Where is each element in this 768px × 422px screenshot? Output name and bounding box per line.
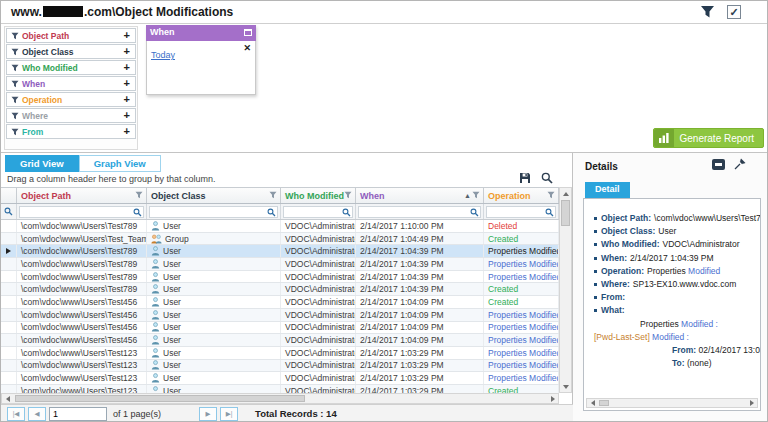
user-icon <box>151 322 160 332</box>
scroll-right-icon[interactable] <box>547 393 558 404</box>
cell-when: 2/14/2017 1:03:29 PM <box>356 347 484 359</box>
table-row[interactable]: \com\vdoc\www\Users\Test456UserVDOC\Admi… <box>1 309 559 322</box>
minimize-icon[interactable] <box>712 159 725 170</box>
column-filter-cell <box>147 204 281 219</box>
save-icon[interactable] <box>519 172 531 184</box>
cell-operation: Properties Modified <box>484 347 559 359</box>
user-icon <box>151 284 160 294</box>
cell-object-path: \com\vdoc\www\Users\Test789 <box>17 271 147 283</box>
group-by-hint: Drag a column header here to group by th… <box>7 174 216 184</box>
add-filter-button[interactable]: + <box>124 109 130 122</box>
tab-grid-view[interactable]: Grid View <box>5 155 79 172</box>
cell-object-path: \com\vdoc\www\Users\Test123 <box>17 347 147 359</box>
remove-filter-icon[interactable]: ✕ <box>243 43 251 53</box>
row-selector-cell <box>1 271 17 283</box>
column-header-operation[interactable]: Operation <box>484 188 559 203</box>
funnel-icon <box>11 112 19 120</box>
when-value-link[interactable]: Today <box>151 50 175 60</box>
column-header-object-class[interactable]: Object Class <box>147 188 281 203</box>
page-input[interactable] <box>49 407 107 421</box>
column-header-object-path[interactable]: Object Path <box>17 188 147 203</box>
add-filter-button[interactable]: + <box>124 77 130 90</box>
scroll-up-icon[interactable] <box>560 188 571 199</box>
group-by-bar[interactable]: Drag a column header here to group by th… <box>1 172 559 187</box>
table-row[interactable]: \com\vdoc\www\Users\Test123UserVDOC\Admi… <box>1 360 559 373</box>
window-icon[interactable] <box>244 29 252 36</box>
funnel-icon <box>135 191 143 199</box>
detail-field: Who Modified:VDOC\Administrator <box>594 238 754 251</box>
funnel-icon <box>11 64 19 72</box>
scroll-left-icon[interactable] <box>587 397 598 408</box>
filter-item-label: Object Path <box>22 31 69 41</box>
cell-operation: Created <box>484 283 559 295</box>
cell-operation: Properties Modified <box>484 271 559 283</box>
scroll-right-icon[interactable] <box>746 397 757 408</box>
column-filter-input[interactable] <box>486 206 556 218</box>
tab-graph-view[interactable]: Graph View <box>79 155 161 172</box>
table-row[interactable]: \com\vdoc\www\Users\Test123UserVDOC\Admi… <box>1 372 559 385</box>
column-header-when[interactable]: When▲ <box>356 188 484 203</box>
details-horizontal-scrollbar[interactable] <box>586 398 758 408</box>
column-header-who-modified[interactable]: Who Modified <box>281 188 356 203</box>
table-row[interactable]: \com\vdoc\www\Users\Test789UserVDOC\Admi… <box>1 258 559 271</box>
table-row[interactable]: \com\vdoc\www\Users\Test123UserVDOC\Admi… <box>1 385 559 393</box>
prev-page-button[interactable]: ◀ <box>28 407 46 421</box>
filter-item-who-modified[interactable]: Who Modified+ <box>6 60 136 75</box>
funnel-icon <box>11 48 19 56</box>
table-row[interactable]: \com\vdoc\www\Users\Test789UserVDOC\Admi… <box>1 283 559 296</box>
tab-detail[interactable]: Detail <box>585 182 630 198</box>
column-filter-input[interactable] <box>19 206 144 218</box>
cell-object-path: \com\vdoc\www\Users\Test123 <box>17 372 147 384</box>
table-row[interactable]: \com\vdoc\www\Users\Test789UserVDOC\Admi… <box>1 271 559 284</box>
cell-when: 2/14/2017 1:04:39 PM <box>356 271 484 283</box>
first-page-button[interactable]: |◀ <box>7 407 25 421</box>
cell-operation: Properties Modified <box>484 360 559 372</box>
filter-item-operation[interactable]: Operation+ <box>6 92 136 107</box>
add-filter-button[interactable]: + <box>124 29 130 42</box>
column-filter-input[interactable] <box>283 206 353 218</box>
add-filter-button[interactable]: + <box>124 45 130 58</box>
cell-object-path: \com\vdoc\www\Users\Test789 <box>17 245 147 257</box>
filter-item-when[interactable]: When+ <box>6 76 136 91</box>
cell-operation: Properties Modified <box>484 372 559 384</box>
records-grid: Object PathObject ClassWho ModifiedWhen▲… <box>1 187 559 393</box>
table-row[interactable]: \com\vdoc\www\Users\Test456UserVDOC\Admi… <box>1 296 559 309</box>
pin-icon[interactable] <box>733 157 747 171</box>
column-filter-input[interactable] <box>358 206 481 218</box>
cell-when: 2/14/2017 1:04:09 PM <box>356 309 484 321</box>
table-row[interactable]: \com\vdoc\www\Users\Test_TeamGroupVDOC\A… <box>1 233 559 246</box>
scrollbar-thumb[interactable] <box>561 200 570 226</box>
add-filter-button[interactable]: + <box>124 61 130 74</box>
table-row[interactable]: \com\vdoc\www\Users\Test789UserVDOC\Admi… <box>1 245 559 258</box>
table-row[interactable]: \com\vdoc\www\Users\Test123UserVDOC\Admi… <box>1 347 559 360</box>
scrollbar-thumb[interactable] <box>599 400 609 406</box>
filter-item-from[interactable]: From+ <box>6 124 136 139</box>
grid-horizontal-scrollbar[interactable] <box>1 393 559 404</box>
title-suffix: .com\Object Modifications <box>84 5 233 19</box>
last-page-button[interactable]: ▶| <box>220 407 238 421</box>
filter-item-where[interactable]: Where+ <box>6 108 136 123</box>
generate-report-button[interactable]: Generate Report <box>653 128 765 148</box>
filter-item-object-class[interactable]: Object Class+ <box>6 44 136 59</box>
bullet-icon <box>594 309 597 312</box>
next-page-button[interactable]: ▶ <box>199 407 217 421</box>
search-icon[interactable] <box>541 172 553 184</box>
filter-item-object-path[interactable]: Object Path+ <box>6 28 136 43</box>
column-filter-input[interactable] <box>149 206 278 218</box>
table-row[interactable]: \com\vdoc\www\Users\Test456UserVDOC\Admi… <box>1 322 559 335</box>
table-row[interactable]: \com\vdoc\www\Users\Test789UserVDOC\Admi… <box>1 220 559 233</box>
grid-vertical-scrollbar[interactable] <box>559 187 572 393</box>
scrollbar-thumb[interactable] <box>15 395 305 402</box>
add-filter-button[interactable]: + <box>124 93 130 106</box>
filter-icon[interactable] <box>700 5 715 19</box>
cell-object-class: User <box>147 283 281 295</box>
cell-object-class: User <box>147 372 281 384</box>
funnel-icon <box>11 128 19 136</box>
add-filter-button[interactable]: + <box>124 125 130 138</box>
scroll-down-icon[interactable] <box>560 381 571 392</box>
scroll-left-icon[interactable] <box>2 393 13 404</box>
table-row[interactable]: \com\vdoc\www\Users\Test456UserVDOC\Admi… <box>1 334 559 347</box>
view-tabs: Grid View Graph View <box>5 155 161 172</box>
cell-who-modified: VDOC\Administrator <box>281 322 356 334</box>
select-all-checkbox[interactable]: ✓ <box>727 5 741 19</box>
